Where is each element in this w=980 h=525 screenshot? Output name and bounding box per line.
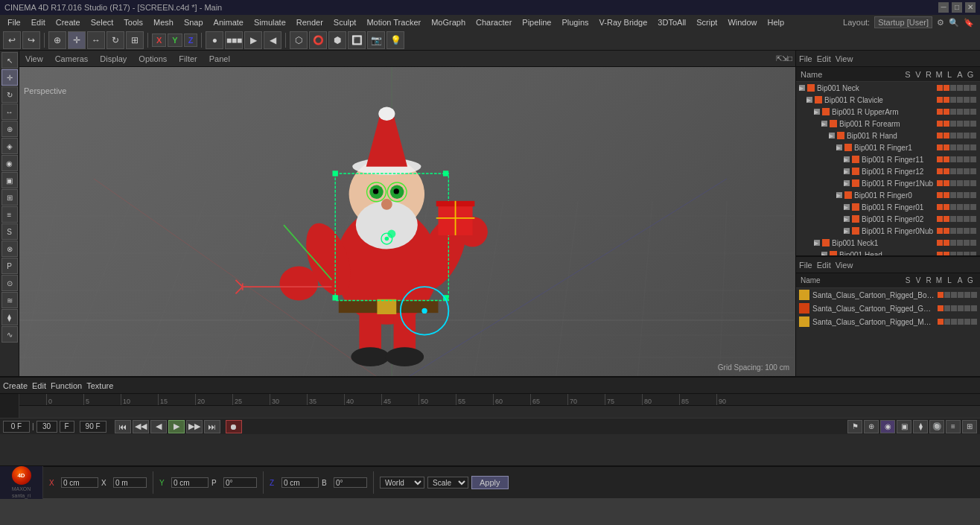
menu-character[interactable]: Character — [471, 16, 516, 28]
tree-item[interactable]: ▶ Bip001 R Finger11 — [796, 153, 980, 165]
frame-btn[interactable]: ◼◼◼ — [225, 31, 243, 49]
menu-motion-tracker[interactable]: Motion Tracker — [362, 16, 425, 28]
first-frame-btn[interactable]: ⏮ — [115, 420, 131, 433]
search-icon[interactable]: 🔍 — [949, 18, 959, 28]
cylinder-btn[interactable]: ⬢ — [328, 31, 346, 49]
last-frame-btn[interactable]: ⏭ — [204, 420, 220, 433]
window-controls[interactable]: ─ □ ✕ — [938, 2, 976, 13]
menu-file[interactable]: File — [3, 16, 25, 28]
current-frame-display[interactable]: 0 F — [3, 421, 30, 433]
tool-j[interactable]: ⊙ — [1, 275, 18, 291]
menu-mesh[interactable]: Mesh — [149, 16, 178, 28]
tl-icon-2[interactable]: ⊕ — [864, 420, 879, 433]
tl-icon-4[interactable]: ▣ — [897, 420, 911, 433]
b-field[interactable] — [334, 477, 367, 488]
bookmark-icon[interactable]: 🔖 — [964, 18, 974, 28]
viewport-canvas[interactable]: Grid Spacing: 100 cm Perspective — [19, 67, 795, 376]
menu-tools[interactable]: Tools — [119, 16, 147, 28]
z-pos-field[interactable] — [281, 477, 319, 488]
mat-toolbar-view[interactable]: View — [836, 261, 853, 270]
keyframe-btn[interactable]: ◀ — [264, 31, 281, 49]
tool-k[interactable]: ≋ — [1, 292, 18, 308]
gear-icon[interactable]: ⚙ — [937, 18, 944, 28]
apply-button[interactable]: Apply — [471, 476, 509, 489]
next-key-btn[interactable]: ▶▶ — [186, 420, 203, 433]
mat-row[interactable]: Santa_Claus_Cartoon_Rigged_Geometry — [796, 302, 980, 315]
tree-item[interactable]: ▶ Bip001 Neck1 — [796, 237, 980, 249]
bottom-create[interactable]: Create — [3, 381, 28, 390]
tool-d[interactable]: ▣ — [1, 172, 18, 188]
light-btn[interactable]: 💡 — [386, 31, 404, 49]
rotate-btn[interactable]: ↻ — [106, 31, 124, 49]
z-axis[interactable]: Z — [184, 34, 198, 47]
mat-toolbar-file[interactable]: File — [799, 261, 812, 270]
tree-item[interactable]: ▶ Bip001 R Finger01 — [796, 201, 980, 213]
tree-item[interactable]: ▶ Bip001 Head — [796, 249, 980, 255]
mat-toolbar-edit[interactable]: Edit — [817, 261, 831, 270]
undo-btn[interactable]: ↩ — [3, 31, 21, 49]
bottom-edit[interactable]: Edit — [32, 381, 46, 390]
menu-animate[interactable]: Animate — [209, 16, 248, 28]
sphere-btn[interactable]: ⭕ — [309, 31, 327, 49]
tree-item[interactable]: ▶ Bip001 R Forearm — [796, 118, 980, 130]
transform-btn[interactable]: ⊞ — [126, 31, 144, 49]
move-btn[interactable]: ✛ — [68, 31, 86, 49]
tool-scale[interactable]: ↔ — [1, 104, 18, 120]
layout-value[interactable]: Startup [User] — [874, 16, 932, 28]
menu-help[interactable]: Help — [763, 16, 789, 28]
minimize-btn[interactable]: ─ — [938, 2, 949, 13]
mat-row[interactable]: Santa_Claus_Cartoon_Rigged_Morphs — [796, 315, 980, 328]
live-selection-btn[interactable]: ⊕ — [48, 31, 66, 49]
x-pos-field[interactable] — [61, 477, 98, 488]
tree-item[interactable]: ▶ Bip001 Neck — [796, 82, 980, 94]
tl-icon-7[interactable]: ≡ — [946, 420, 961, 433]
menu-script[interactable]: Script — [692, 16, 722, 28]
tree-item[interactable]: ▶ Bip001 R Finger0Nub — [796, 225, 980, 237]
vp-menu-options[interactable]: Options — [136, 53, 170, 65]
menu-window[interactable]: Window — [723, 16, 761, 28]
tool-rotate[interactable]: ↻ — [1, 86, 18, 103]
tree-item[interactable]: ▶ Bip001 R Finger12 — [796, 165, 980, 177]
menu-vray[interactable]: V-Ray Bridge — [595, 16, 652, 28]
tool-f[interactable]: ≡ — [1, 206, 18, 223]
tree-item[interactable]: ▶ Bip001 R Hand — [796, 130, 980, 141]
tool-m[interactable]: ∿ — [1, 326, 18, 343]
tool-c[interactable]: ◉ — [1, 155, 18, 171]
maximize-btn[interactable]: □ — [952, 2, 962, 13]
menu-pipeline[interactable]: Pipeline — [518, 16, 556, 28]
vp-menu-filter[interactable]: Filter — [176, 53, 200, 65]
cube-btn[interactable]: ⬡ — [290, 31, 308, 49]
menu-create[interactable]: Create — [51, 16, 85, 28]
tool-b[interactable]: ◈ — [1, 138, 18, 154]
tree-item[interactable]: ▶ Bip001 R UpperArm — [796, 106, 980, 118]
tool-h[interactable]: ⊗ — [1, 241, 18, 257]
end-frame-display[interactable]: 90 F — [80, 421, 106, 433]
vp-menu-panel[interactable]: Panel — [206, 53, 233, 65]
tl-icon-3[interactable]: ◉ — [880, 420, 895, 433]
x-size-field[interactable] — [113, 477, 147, 488]
scale-dropdown[interactable]: Scale — [427, 477, 468, 489]
menu-edit[interactable]: Edit — [27, 16, 50, 28]
menu-render[interactable]: Render — [292, 16, 328, 28]
vp-menu-view[interactable]: View — [22, 53, 46, 65]
obj-toolbar-file[interactable]: File — [799, 54, 812, 63]
tool-move[interactable]: ✛ — [1, 69, 18, 86]
menu-select[interactable]: Select — [86, 16, 118, 28]
mat-row[interactable]: Santa_Claus_Cartoon_Rigged_Bones — [796, 288, 980, 302]
x-axis[interactable]: X — [152, 34, 166, 47]
prev-key-btn[interactable]: ◀◀ — [133, 420, 149, 433]
close-btn[interactable]: ✕ — [965, 2, 976, 13]
tool-a[interactable]: ⊕ — [1, 121, 18, 137]
tl-icon-6[interactable]: 🔘 — [929, 420, 944, 433]
tl-icon-5[interactable]: ⧫ — [913, 420, 928, 433]
camera-btn[interactable]: 📷 — [367, 31, 385, 49]
menu-snap[interactable]: Snap — [179, 16, 208, 28]
tool-g[interactable]: S — [1, 223, 18, 240]
tree-item[interactable]: ▶ Bip001 R Finger02 — [796, 213, 980, 225]
tool-i[interactable]: P — [1, 258, 18, 274]
menu-plugins[interactable]: Plugins — [557, 16, 593, 28]
tool-e[interactable]: ⊞ — [1, 189, 18, 206]
world-dropdown[interactable]: World Object Camera — [380, 477, 424, 489]
tool-l[interactable]: ⧫ — [1, 309, 18, 325]
object-mode-btn[interactable]: ● — [206, 31, 223, 49]
